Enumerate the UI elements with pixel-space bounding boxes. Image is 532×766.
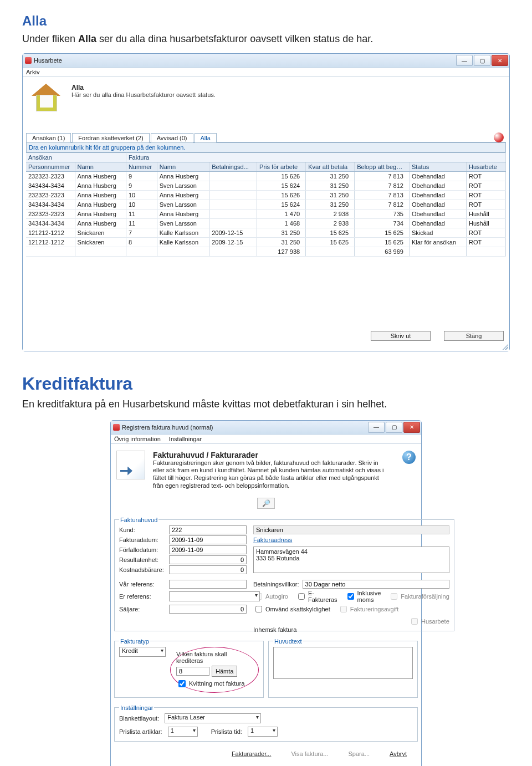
help-icon[interactable]: ? <box>402 451 416 464</box>
close-button[interactable]: ✕ <box>492 55 508 66</box>
table-row[interactable]: 232323-2323Anna Husberg11Anna Husberg1 4… <box>26 210 506 219</box>
table-row[interactable]: 232323-2323Anna Husberg9Anna Husberg15 6… <box>26 172 506 181</box>
resize-grip[interactable] <box>500 342 508 350</box>
tab-ansokan[interactable]: Ansökan (1) <box>26 133 71 142</box>
spara-button[interactable]: Spara... <box>340 749 377 758</box>
table-cell <box>409 247 466 257</box>
fakturarader-button[interactable]: Fakturarader... <box>224 749 279 758</box>
table-row[interactable]: 343434-3434Anna Husberg11Sven Larsson1 4… <box>26 219 506 228</box>
table-cell: Obehandlad <box>409 181 466 191</box>
table-cell: 9 <box>126 172 157 181</box>
col-kvar[interactable]: Kvar att betala <box>306 162 355 172</box>
para1c: ser du alla dina husarbetsfakturor oavse… <box>96 33 373 44</box>
col-nummer[interactable]: Nummer <box>126 162 157 172</box>
cb-kvittning[interactable]: Kvittning mot faktura <box>176 678 253 689</box>
col-betdat[interactable]: Betalningsd... <box>209 162 257 172</box>
husarbete-titlebar[interactable]: Husarbete — ▢ ✕ <box>23 54 509 68</box>
blankettlayout-select[interactable]: Faktura Laser <box>165 713 261 723</box>
doc-icon <box>116 451 145 479</box>
fakturatyp-select[interactable]: Kredit <box>119 647 166 657</box>
col-husarbete[interactable]: Husarbete <box>467 162 506 172</box>
table-cell: Hushåll <box>467 210 506 219</box>
print-button[interactable]: Skriv ut <box>371 331 431 341</box>
fakturaadress-box[interactable]: Hammarsvägen 44 333 55 Rotunda <box>253 547 449 573</box>
table-cell: 735 <box>355 210 410 219</box>
kundnamn-field <box>253 525 449 534</box>
table-row[interactable]: 343434-3434Anna Husberg10Sven Larsson15 … <box>26 200 506 210</box>
kund-field[interactable] <box>169 525 247 534</box>
col-namn1[interactable]: Namn <box>75 162 126 172</box>
fakturahuvud-fieldset: Fakturahuvud Kund: Fakturadatum: Faktura… <box>114 517 454 631</box>
avbryt-button[interactable]: Avbryt <box>382 749 415 758</box>
table-row[interactable]: 232323-2323Anna Husberg10Anna Husberg15 … <box>26 191 506 200</box>
tab-fordran[interactable]: Fordran skatteverket (2) <box>72 133 149 142</box>
table-cell <box>209 191 257 200</box>
col-status[interactable]: Status <box>409 162 466 172</box>
table-row[interactable]: 121212-1212Snickaren8Kalle Karlsson2009-… <box>26 238 506 247</box>
table-cell: 343434-3434 <box>26 219 75 228</box>
table-row[interactable]: 121212-1212Snickaren7Kalle Karlsson2009-… <box>26 228 506 238</box>
col-belopp[interactable]: Belopp att begära <box>355 162 410 172</box>
table-row[interactable]: 343434-3434Anna Husberg9Sven Larsson15 6… <box>26 181 506 191</box>
betalningsvillkor-field[interactable] <box>303 580 449 589</box>
table-cell <box>467 247 506 257</box>
kredit-nr-field[interactable] <box>176 667 209 676</box>
tab-avvisad[interactable]: Avvisad (0) <box>151 133 193 142</box>
table-cell: 31 250 <box>306 172 355 181</box>
registrera-titlebar[interactable]: Registrera faktura huvud (normal) — ▢ ✕ <box>111 421 421 435</box>
col-personnummer[interactable]: Personnummer <box>26 162 75 172</box>
maximize-button[interactable]: ▢ <box>474 55 490 66</box>
installningar-fieldset: Inställningar Blankettlayout: Faktura La… <box>114 704 418 742</box>
installningar-legend: Inställningar <box>119 704 154 711</box>
panel-title: Alla <box>71 84 216 91</box>
er-referens-field[interactable] <box>169 591 260 601</box>
table-cell <box>157 247 209 257</box>
search-icon[interactable]: 🔎 <box>257 498 275 509</box>
hamta-button[interactable]: Hämta <box>212 666 237 677</box>
cb-inkmoms[interactable]: Inklusive moms <box>345 590 381 603</box>
table-cell <box>209 172 257 181</box>
close-button[interactable]: ✕ <box>403 422 420 433</box>
saljare-field[interactable] <box>169 605 247 614</box>
cb-favgift[interactable]: Faktureringsavgift <box>338 604 398 614</box>
resultatenhet-field[interactable] <box>169 555 247 564</box>
minimize-button[interactable]: — <box>456 55 473 66</box>
kostnadsbarare-field[interactable] <box>169 565 247 574</box>
husarbete-title: Husarbete <box>34 57 62 64</box>
table-cell: Anna Husberg <box>75 191 126 200</box>
tab-alla[interactable]: Alla <box>195 133 217 142</box>
addr-line2: 333 55 Rotunda <box>256 555 447 561</box>
cb-fforsalj[interactable]: Fakturaförsäljning <box>388 590 449 603</box>
table-cell: 7 813 <box>355 172 410 181</box>
maximize-button[interactable]: ▢ <box>386 422 402 433</box>
col-pris[interactable]: Pris för arbete <box>257 162 306 172</box>
menu-ovrig[interactable]: Övrig information <box>114 436 161 442</box>
table-cell: 31 250 <box>306 191 355 200</box>
col-namn2[interactable]: Namn <box>157 162 209 172</box>
table-cell <box>209 181 257 191</box>
doc-heading-kreditfaktura: Kreditfaktura <box>22 374 510 394</box>
grp-ansokan[interactable]: Ansökan <box>26 153 126 162</box>
menu-inst[interactable]: Inställningar <box>169 436 202 442</box>
var-referens-field[interactable] <box>169 580 247 589</box>
cb-efakt[interactable]: E-Faktureras <box>296 590 337 603</box>
fakturadatum-field[interactable] <box>169 535 247 544</box>
close-window-button[interactable]: Stäng <box>444 331 504 341</box>
prislista-tid-select[interactable]: 1 <box>248 727 278 737</box>
minimize-button[interactable]: — <box>368 422 385 433</box>
forfallodatum-field[interactable] <box>169 545 247 554</box>
table-cell: 2 938 <box>306 219 355 228</box>
prislista-artiklar-select[interactable]: 1 <box>168 727 198 737</box>
lbl-prisart: Prislista artiklar: <box>119 728 162 735</box>
cb-omvand[interactable]: Omvänd skattskyldighet <box>253 604 330 614</box>
visa-faktura-button[interactable]: Visa faktura... <box>283 749 336 758</box>
grp-faktura[interactable]: Faktura <box>126 153 505 162</box>
huvudtext-field[interactable] <box>273 647 413 679</box>
panel-subtitle: Här ser du alla dina Husarbetsfakturor o… <box>71 91 216 98</box>
group-hint[interactable]: Dra en kolumnrubrik hit för att gruppera… <box>26 142 506 152</box>
cb-husarb2[interactable]: Husarbete <box>409 616 449 626</box>
table-cell: ROT <box>467 172 506 181</box>
menu-arkiv[interactable]: Arkiv <box>26 69 39 75</box>
reg-title: Fakturahuvud / Fakturarader <box>153 451 386 459</box>
fakturaadress-link[interactable]: Fakturaadress <box>253 537 449 543</box>
